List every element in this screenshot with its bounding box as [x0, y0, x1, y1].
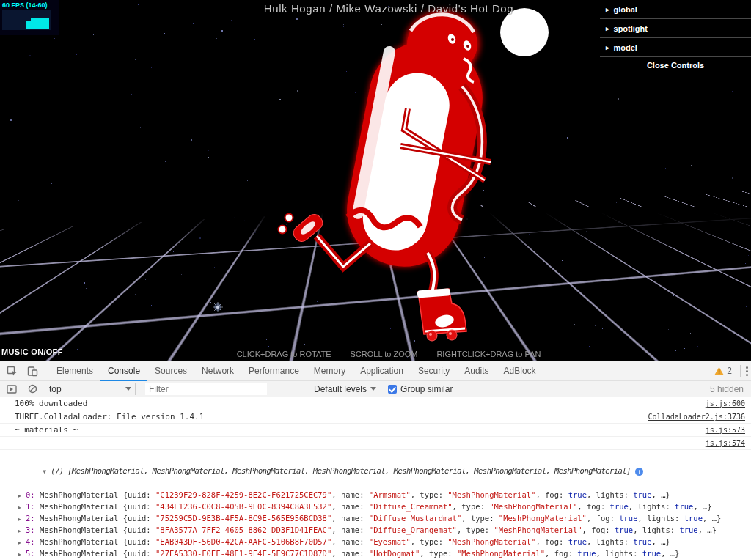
- levels-label: Default levels: [314, 384, 367, 394]
- tab-application[interactable]: Application: [353, 361, 411, 380]
- controls-help: CLICK+DRAG to ROTATE SCROLL to ZOOM RIGH…: [237, 350, 541, 358]
- material-name-value: "Eyesmat": [369, 537, 411, 546]
- uuid-value: "27EA5330-F0FF-48E1-9F4F-5E9C77C1D87D": [155, 549, 331, 558]
- property-key: 5:: [26, 549, 40, 558]
- expand-arrow-icon[interactable]: ▶: [18, 537, 26, 548]
- uuid-value: "75259C5D-9E3B-4F5A-8C9E-565E956BCD38": [155, 514, 331, 523]
- property-key: 0:: [26, 490, 40, 499]
- devtools-tab-bar: Elements Console Sources Network Perform…: [0, 361, 751, 381]
- message-text: 100% downloaded: [15, 399, 706, 408]
- console-message: ~ materials ~ js.js:573: [0, 424, 751, 437]
- tab-sources[interactable]: Sources: [147, 361, 194, 380]
- log-levels-dropdown[interactable]: Default levels: [314, 384, 376, 394]
- moon: [500, 8, 549, 56]
- console-message: js.js:574: [0, 437, 751, 450]
- context-label: top: [49, 384, 62, 394]
- material-entry: ▶2: MeshPhongMaterial {uuid: "75259C5D-9…: [0, 513, 745, 525]
- property-key: 2:: [26, 514, 40, 523]
- material-entry: ▶1: MeshPhongMaterial {uuid: "434E1236-C…: [0, 501, 745, 513]
- gui-folder-global[interactable]: ▸ global: [600, 0, 751, 19]
- execution-context-selector[interactable]: top: [49, 384, 131, 394]
- material-name-value: "Diffuse_Mustardmat": [369, 514, 461, 523]
- console-sidebar-icon[interactable]: [3, 380, 21, 398]
- dropdown-caret-icon: [370, 387, 376, 391]
- tab-network[interactable]: Network: [194, 361, 241, 380]
- tab-elements[interactable]: Elements: [49, 361, 100, 380]
- inspect-element-icon[interactable]: [3, 362, 21, 380]
- uuid-value: "EAB043DF-56D0-42CA-AAFC-5106B8F70D57": [155, 537, 331, 546]
- property-key: 3:: [26, 526, 40, 534]
- console-toolbar: top Default levels Group similar 5 hidde…: [0, 381, 751, 397]
- devtools-menu-icon[interactable]: [744, 365, 750, 377]
- expand-arrow-icon[interactable]: ▶: [18, 490, 26, 501]
- property-key: 4:: [26, 537, 40, 546]
- console-array-entry: ▼(7) [MeshPhongMaterial, MeshPhongMateri…: [0, 450, 751, 560]
- material-name-value: "Diffuse_Orangemat": [369, 526, 457, 534]
- gui-close-controls-button[interactable]: Close Controls: [600, 57, 751, 73]
- array-preview: (7) [MeshPhongMaterial, MeshPhongMateria…: [51, 466, 631, 475]
- console-message: 100% downloaded js.js:600: [0, 397, 751, 410]
- materials-list: ▶0: MeshPhongMaterial {uuid: "C1239F29-8…: [0, 490, 745, 560]
- device-toolbar-icon[interactable]: [23, 362, 41, 380]
- folder-arrow-icon: ▸: [606, 6, 609, 13]
- source-link[interactable]: js.js:600: [706, 399, 745, 408]
- expand-arrow-icon[interactable]: ▶: [18, 514, 26, 525]
- tab-performance[interactable]: Performance: [241, 361, 307, 380]
- collapse-arrow-icon[interactable]: ▼: [43, 466, 51, 477]
- message-text: ~ materials ~: [15, 425, 706, 435]
- group-similar-checkbox[interactable]: [388, 385, 397, 394]
- material-entry: ▶0: MeshPhongMaterial {uuid: "C1239F29-8…: [0, 490, 745, 501]
- array-preview-row: ▼(7) [MeshPhongMaterial, MeshPhongMateri…: [0, 452, 745, 490]
- help-zoom: SCROLL to ZOOM: [351, 350, 418, 358]
- webgl-viewport[interactable]: Hulk Hogan / Mike Wazowski / David's Hot…: [0, 0, 751, 361]
- tab-memory[interactable]: Memory: [307, 361, 353, 380]
- dat-gui-panel: ▸ global ▸ spotlight ▸ model Close Contr…: [600, 0, 751, 73]
- hidden-messages-count: 5 hidden: [710, 384, 744, 394]
- clear-console-icon[interactable]: [23, 380, 41, 398]
- gui-folder-spotlight[interactable]: ▸ spotlight: [600, 19, 751, 38]
- tab-console[interactable]: Console: [100, 361, 147, 381]
- tab-security[interactable]: Security: [411, 361, 457, 380]
- help-pan: RIGHTCLICK+DRAG to PAN: [436, 350, 541, 358]
- material-name-value: "Armsmat": [369, 490, 411, 499]
- material-entry: ▶4: MeshPhongMaterial {uuid: "EAB043DF-5…: [0, 537, 745, 548]
- property-key: 1:: [26, 502, 40, 511]
- warning-count: 2: [727, 366, 732, 376]
- warning-icon: [714, 366, 724, 375]
- group-similar-label: Group similar: [400, 384, 453, 394]
- uuid-value: "C1239F29-828F-4259-8E2C-F621725CEC79": [155, 490, 331, 499]
- grid-sparkle: [213, 302, 223, 312]
- source-link[interactable]: js.js:574: [706, 438, 745, 448]
- gui-folder-label: spotlight: [614, 24, 648, 33]
- source-link[interactable]: js.js:573: [706, 425, 745, 435]
- material-entry: ▶5: MeshPhongMaterial {uuid: "27EA5330-F…: [0, 548, 745, 560]
- hotdog-character: [279, 11, 493, 341]
- tab-adblock[interactable]: AdBlock: [497, 361, 543, 380]
- expand-arrow-icon[interactable]: ▶: [18, 526, 26, 537]
- expand-arrow-icon[interactable]: ▶: [18, 549, 26, 560]
- gui-folder-label: global: [614, 5, 637, 14]
- material-entry: ▶3: MeshPhongMaterial {uuid: "BFA3577A-7…: [0, 525, 745, 537]
- fps-stats-widget[interactable]: 60 FPS (14-60): [0, 0, 59, 35]
- warning-count-badge[interactable]: 2: [714, 366, 736, 376]
- tab-audits[interactable]: Audits: [457, 361, 496, 380]
- fps-label: 60 FPS (14-60): [0, 0, 59, 9]
- help-rotate: CLICK+DRAG to ROTATE: [237, 350, 331, 358]
- gui-folder-label: model: [614, 43, 637, 52]
- music-toggle[interactable]: MUSIC ON/OFF: [1, 347, 63, 356]
- material-name-value: "HotDogmat": [369, 549, 420, 558]
- folder-arrow-icon: ▸: [606, 25, 609, 32]
- info-icon[interactable]: i: [635, 468, 643, 476]
- page-title: Hulk Hogan / Mike Wazowski / David's Hot…: [264, 2, 513, 15]
- message-text: THREE.ColladaLoader: File version 1.4.1: [15, 412, 648, 421]
- roller-skate-right: [417, 288, 466, 341]
- gui-folder-model[interactable]: ▸ model: [600, 38, 751, 57]
- console-filter-input[interactable]: [145, 383, 267, 395]
- uuid-value: "BFA3577A-7FF2-4605-8862-DD3F1D41FEAC": [155, 526, 331, 534]
- expand-arrow-icon[interactable]: ▶: [18, 502, 26, 513]
- console-message: THREE.ColladaLoader: File version 1.4.1 …: [0, 410, 751, 424]
- material-name-value: "Diffuse_Creammat": [369, 502, 453, 511]
- fps-graph: [2, 10, 51, 30]
- devtools-panel: Elements Console Sources Network Perform…: [0, 361, 751, 560]
- source-link[interactable]: ColladaLoader2.js:3736: [648, 412, 745, 421]
